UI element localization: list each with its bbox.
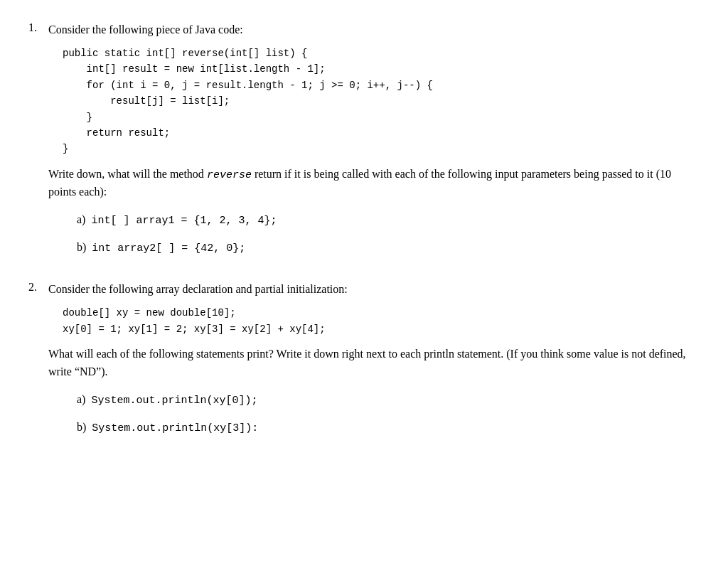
question-1-content: Consider the following piece of Java cod… bbox=[48, 21, 700, 267]
question-1-intro: Consider the following piece of Java cod… bbox=[48, 21, 700, 38]
question-1-number: 1. bbox=[28, 21, 48, 34]
question-2-number: 2. bbox=[28, 281, 48, 294]
sub-a-code: int[ ] array1 = {1, 2, 3, 4}; bbox=[91, 215, 277, 227]
question-1-sub-b: b) int array2[ ] = {42, 0}; bbox=[77, 239, 700, 257]
q1-text-before: Write down, what will the method bbox=[48, 168, 207, 180]
question-1: 1. Consider the following piece of Java … bbox=[28, 21, 700, 267]
question-2-sub-b: b) System.out.println(xy[3]): bbox=[77, 419, 700, 437]
sub-b-label: b) bbox=[77, 241, 86, 253]
question-2-sub-a: a) System.out.println(xy[0]); bbox=[77, 391, 700, 409]
question-2-text: What will each of the following statemen… bbox=[48, 346, 700, 381]
question-2-code: double[] xy = new double[10]; xy[0] = 1;… bbox=[63, 305, 700, 337]
q2-sub-a-label: a) bbox=[77, 393, 85, 405]
q2-sub-a-text: System.out.println(xy[0]); bbox=[91, 395, 257, 407]
sub-a-label: a) bbox=[77, 213, 85, 225]
q1-method-name: reverse bbox=[207, 169, 252, 181]
question-1-text: Write down, what will the method reverse… bbox=[48, 166, 700, 201]
question-1-sub-a: a) int[ ] array1 = {1, 2, 3, 4}; bbox=[77, 211, 700, 229]
question-2: 2. Consider the following array declarat… bbox=[28, 281, 700, 446]
sub-b-code: int array2[ ] = {42, 0}; bbox=[92, 242, 245, 255]
question-2-content: Consider the following array declaration… bbox=[48, 281, 700, 446]
q2-sub-b-text: System.out.println(xy[3]): bbox=[92, 422, 258, 434]
question-1-code: public static int[] reverse(int[] list) … bbox=[63, 46, 700, 157]
question-2-intro: Consider the following array declaration… bbox=[48, 281, 700, 298]
q2-sub-b-label: b) bbox=[77, 421, 86, 433]
